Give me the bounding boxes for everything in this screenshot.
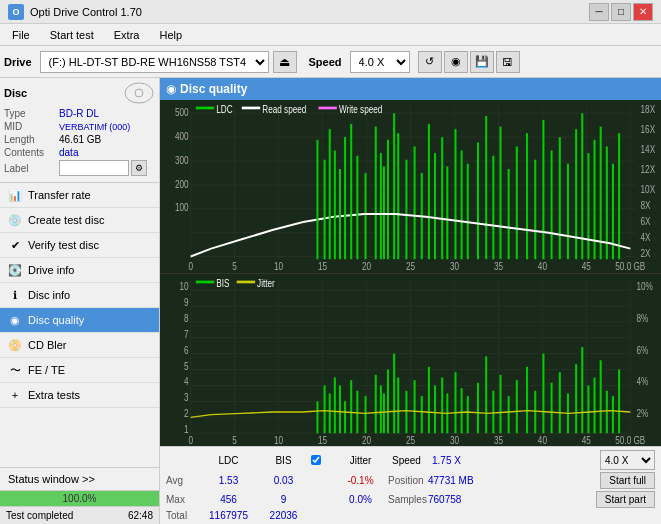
verify-test-disc-icon: ✔ xyxy=(8,238,22,252)
speed-avg-val: 1.75 X xyxy=(432,455,482,466)
svg-text:100: 100 xyxy=(175,201,189,213)
drive-info-icon: 💽 xyxy=(8,263,22,277)
svg-rect-56 xyxy=(387,140,389,259)
svg-rect-94 xyxy=(344,137,346,259)
svg-rect-73 xyxy=(508,169,510,259)
svg-text:20: 20 xyxy=(362,260,371,272)
disc-label-button[interactable]: ⚙ xyxy=(131,160,147,176)
maximize-button[interactable]: □ xyxy=(611,3,631,21)
svg-rect-169 xyxy=(441,377,443,433)
status-progress-bar: 100.0% xyxy=(0,490,159,506)
nav-items: 📊 Transfer rate 💿 Create test disc ✔ Ver… xyxy=(0,183,159,408)
svg-rect-77 xyxy=(542,120,544,259)
svg-rect-182 xyxy=(542,353,544,433)
menu-help[interactable]: Help xyxy=(151,27,190,43)
menu-extra[interactable]: Extra xyxy=(106,27,148,43)
svg-text:Jitter: Jitter xyxy=(257,277,275,289)
svg-text:2%: 2% xyxy=(636,407,648,419)
disc-section-title: Disc xyxy=(4,87,27,99)
app-icon: O xyxy=(8,4,24,20)
svg-rect-48 xyxy=(242,107,260,110)
sidebar-item-drive-info[interactable]: 💽 Drive info xyxy=(0,258,159,283)
svg-text:BIS: BIS xyxy=(216,277,229,289)
svg-text:9: 9 xyxy=(184,295,189,307)
start-part-button[interactable]: Start part xyxy=(596,491,655,508)
svg-rect-171 xyxy=(454,372,456,433)
status-time: 62:48 xyxy=(128,510,153,521)
charts-container: 500 400 300 200 100 18X 16X 14X 12X 10X … xyxy=(160,100,661,446)
toolbar-icon-2[interactable]: ◉ xyxy=(444,51,468,73)
speed-header: Speed xyxy=(392,455,432,466)
svg-rect-76 xyxy=(534,160,536,260)
svg-rect-75 xyxy=(526,133,528,259)
svg-rect-159 xyxy=(380,385,382,433)
svg-rect-92 xyxy=(334,150,336,259)
window-controls: ─ □ ✕ xyxy=(589,3,653,21)
minimize-button[interactable]: ─ xyxy=(589,3,609,21)
svg-text:10%: 10% xyxy=(636,279,653,291)
toolbar-icon-4[interactable]: 🖫 xyxy=(496,51,520,73)
speed-select[interactable]: 4.0 X xyxy=(350,51,410,73)
avg-label: Avg xyxy=(166,475,201,486)
status-window-button[interactable]: Status window >> xyxy=(0,468,159,490)
svg-text:40: 40 xyxy=(538,433,547,445)
eject-button[interactable]: ⏏ xyxy=(273,51,297,73)
top-chart: 500 400 300 200 100 18X 16X 14X 12X 10X … xyxy=(160,100,661,274)
svg-rect-70 xyxy=(485,116,487,259)
svg-text:8X: 8X xyxy=(641,199,652,211)
disc-info-icon: ℹ xyxy=(8,288,22,302)
svg-rect-177 xyxy=(499,374,501,432)
disc-label-input[interactable] xyxy=(59,160,129,176)
svg-rect-175 xyxy=(485,356,487,433)
sidebar-item-create-test-disc[interactable]: 💿 Create test disc xyxy=(0,208,159,233)
sidebar-item-fe-te[interactable]: 〜 FE / TE xyxy=(0,358,159,383)
svg-rect-158 xyxy=(375,374,377,432)
speed-select-2[interactable]: 4.0 X xyxy=(600,450,655,470)
fe-te-icon: 〜 xyxy=(8,363,22,377)
jitter-checkbox[interactable] xyxy=(311,455,321,465)
menu-start-test[interactable]: Start test xyxy=(42,27,102,43)
svg-rect-58 xyxy=(397,133,399,259)
svg-rect-53 xyxy=(375,127,377,260)
svg-rect-63 xyxy=(434,153,436,259)
svg-rect-54 xyxy=(380,153,382,259)
disc-icon xyxy=(123,82,155,104)
top-chart-svg: 500 400 300 200 100 18X 16X 14X 12X 10X … xyxy=(160,100,661,273)
sidebar-item-extra-tests[interactable]: + Extra tests xyxy=(0,383,159,408)
sidebar-item-transfer-rate[interactable]: 📊 Transfer rate xyxy=(0,183,159,208)
svg-rect-89 xyxy=(316,140,318,259)
svg-text:30: 30 xyxy=(450,433,459,445)
sidebar-item-verify-test-disc[interactable]: ✔ Verify test disc xyxy=(0,233,159,258)
svg-rect-85 xyxy=(600,127,602,260)
transfer-rate-icon: 📊 xyxy=(8,188,22,202)
sidebar-item-disc-quality[interactable]: ◉ Disc quality xyxy=(0,308,159,333)
menu-bar: File Start test Extra Help xyxy=(0,24,661,46)
toolbar-icon-3[interactable]: 💾 xyxy=(470,51,494,73)
svg-text:6: 6 xyxy=(184,343,189,355)
svg-text:16X: 16X xyxy=(641,123,656,135)
disc-quality-icon: ◉ xyxy=(8,313,22,327)
svg-rect-155 xyxy=(350,380,352,433)
disc-contents-value: data xyxy=(59,147,78,158)
sidebar: Disc Type BD-R DL MID VERBATIMf (000) Le… xyxy=(0,78,160,524)
svg-rect-180 xyxy=(526,366,528,432)
svg-rect-90 xyxy=(324,160,326,260)
start-full-button[interactable]: Start full xyxy=(600,472,655,489)
toolbar-icon-1[interactable]: ↺ xyxy=(418,51,442,73)
drive-select[interactable]: (F:) HL-DT-ST BD-RE WH16NS58 TST4 xyxy=(40,51,269,73)
sidebar-item-disc-info[interactable]: ℹ Disc info xyxy=(0,283,159,308)
extra-tests-icon: + xyxy=(8,388,22,402)
svg-rect-184 xyxy=(559,372,561,433)
svg-text:10: 10 xyxy=(180,279,189,291)
status-completed-text: Test completed xyxy=(6,510,73,521)
svg-text:Read speed: Read speed xyxy=(262,103,306,115)
sidebar-item-cd-bler[interactable]: 📀 CD Bler xyxy=(0,333,159,358)
svg-text:LDC: LDC xyxy=(216,103,232,115)
close-button[interactable]: ✕ xyxy=(633,3,653,21)
svg-rect-55 xyxy=(383,166,385,259)
disc-length-value: 46.61 GB xyxy=(59,134,101,145)
svg-rect-172 xyxy=(461,388,463,433)
svg-rect-50 xyxy=(318,107,336,110)
svg-rect-145 xyxy=(196,280,214,283)
menu-file[interactable]: File xyxy=(4,27,38,43)
